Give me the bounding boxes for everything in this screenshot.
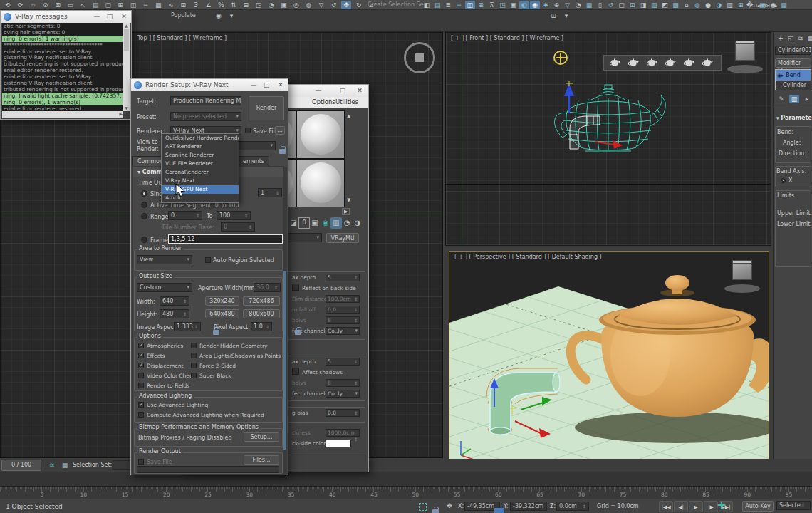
frames-radio[interactable]: Frames <box>141 237 171 244</box>
mtl-param-row[interactable]: g bias0,0 <box>288 408 365 418</box>
mtl-param-row[interactable]: Affect shadows <box>288 367 365 378</box>
height-field[interactable]: 480 <box>160 309 189 318</box>
open-explorer-icon[interactable]: ▦ <box>584 1 594 9</box>
viewport-lock-icon[interactable] <box>279 149 286 154</box>
minimize-icon[interactable]: — <box>313 85 324 97</box>
selection-region-icon[interactable] <box>419 503 427 511</box>
grid-toggle-icon[interactable]: ⊡ <box>628 1 637 9</box>
option-checkbox[interactable]: ✓Effects <box>138 351 189 361</box>
pattern-icon[interactable]: ◉ <box>320 217 331 229</box>
viewcube[interactable] <box>724 260 761 294</box>
selected-filter-dropdown[interactable]: Selected <box>776 501 811 510</box>
add-view-icon[interactable]: ⊞ <box>736 1 746 9</box>
image-aspect-field[interactable]: 1.333 <box>174 322 201 331</box>
next-frame-button[interactable]: |▶ <box>704 501 718 512</box>
time-slider-button[interactable]: 0 / 100 <box>1 460 41 471</box>
renderer-dropdown-item[interactable]: VUE File Renderer <box>162 160 239 168</box>
dialog-scrollbar[interactable] <box>283 167 287 474</box>
channel-icon[interactable]: ▥ <box>725 1 735 9</box>
res-800x600-button[interactable]: 800x600 <box>243 309 280 318</box>
toggle-ribbon-icon[interactable]: ◫ <box>465 1 475 9</box>
render-setup-titlebar[interactable]: Render Setup: V-Ray Next — □ ✕ <box>131 79 288 91</box>
close-icon[interactable]: ✕ <box>275 79 286 91</box>
renderer-dropdown-item[interactable]: Scanline Renderer <box>162 151 239 160</box>
slot-scroll-right-icon[interactable]: ▶ <box>342 208 350 215</box>
mtl-param-row[interactable]: m fall off0,0 <box>288 304 365 315</box>
visibility-icon[interactable]: ◉▸ <box>777 73 784 78</box>
undo-icon[interactable]: ⟲ <box>3 1 13 9</box>
range-radio[interactable]: Range: <box>141 213 170 220</box>
object-name-field[interactable]: Cylinder001 <box>775 46 811 55</box>
omni-light-gizmo[interactable] <box>553 51 568 65</box>
unlink-selection-icon[interactable]: ⊘ <box>41 1 51 9</box>
select-by-name-icon[interactable]: ▤ <box>90 1 100 9</box>
track-bar[interactable] <box>0 472 812 486</box>
aperture-width-field[interactable]: 36.0 <box>254 283 281 292</box>
show-end-result-icon[interactable]: ▥ <box>789 95 799 103</box>
option-checkbox[interactable]: ✓Atmospherics <box>138 341 189 351</box>
maximize-icon[interactable]: □ <box>104 11 115 23</box>
texture-icon[interactable]: ▩ <box>671 1 681 9</box>
video-color-check-icon[interactable]: ▥ <box>330 217 342 229</box>
slot-scroll-down-icon[interactable]: ▼ <box>347 197 350 203</box>
close-icon[interactable]: ✕ <box>354 85 365 97</box>
reference-coordinate-icon[interactable]: ◳ <box>254 1 264 9</box>
material-type-button[interactable]: VRayMtl <box>326 233 359 243</box>
save-file-browse-button[interactable]: ... <box>275 126 285 135</box>
z-coord-field[interactable]: 0.0cm <box>556 502 589 511</box>
create-tab-icon[interactable]: + <box>776 34 786 43</box>
render-setup-icon[interactable]: ◉ <box>530 1 540 9</box>
frames-field[interactable]: 1,3,5-12 <box>168 234 283 244</box>
area-to-render-dropdown[interactable]: View <box>137 255 192 264</box>
split-view-icon[interactable]: ◨ <box>638 1 648 9</box>
align-icon[interactable]: ≡ <box>141 1 151 9</box>
option-checkbox[interactable]: Render to Fields <box>138 381 189 391</box>
material-slot[interactable] <box>296 110 345 159</box>
curve-editor-icon[interactable]: ∿ <box>166 1 176 9</box>
minimize-icon[interactable]: — <box>248 79 259 91</box>
make-unique-icon[interactable]: ▸ <box>802 95 812 103</box>
backlight-zero-icon[interactable]: 0 <box>298 217 310 229</box>
mtl-param-row[interactable]: Reflect on back side <box>288 283 365 294</box>
vray-teapot-icon-1[interactable] <box>609 58 621 68</box>
width-field[interactable]: 640 <box>160 296 189 306</box>
snaps-toggle-icon[interactable]: 3 <box>191 1 201 9</box>
percent-snap-icon[interactable]: % <box>216 1 226 9</box>
environment-icon[interactable]: ◍ <box>692 1 702 9</box>
option-checkbox[interactable]: Video Color Check <box>138 371 189 381</box>
res-720x486-button[interactable]: 720x486 <box>243 296 280 306</box>
auto-key-button[interactable]: Auto Key <box>742 501 774 512</box>
bitmap-setup-button[interactable]: Setup... <box>244 432 279 442</box>
renderer-dropdown-item[interactable]: V-Ray Next <box>162 177 239 185</box>
renderer-dropdown-item[interactable]: Arnold <box>162 194 239 202</box>
render-preview-icon[interactable]: ◔ <box>573 1 583 9</box>
render-output-save-checkbox[interactable]: Save File <box>138 459 172 465</box>
make-preview-icon[interactable]: ◔ <box>341 217 353 229</box>
option-checkbox[interactable]: Super Black <box>191 371 282 381</box>
snapshot-icon[interactable]: ▣ <box>509 1 519 9</box>
people-icon[interactable]: ◉ <box>214 11 224 20</box>
select-and-move-icon[interactable]: ✥ <box>341 1 351 9</box>
bind-to-space-warp-icon[interactable]: ⊠ <box>53 1 63 9</box>
toggle-scene-explorer-icon[interactable]: ≣ <box>443 1 453 9</box>
schematic-view-icon[interactable]: ⊡ <box>178 1 188 9</box>
output-size-dropdown[interactable]: Custom <box>137 283 192 292</box>
pixel-aspect-field[interactable]: 1.0 <box>251 322 272 331</box>
timeline-ruler[interactable]: 5 10 15 20 25 30 35 40 45 50 55 60 65 70… <box>0 486 812 499</box>
use-pivot-center-icon[interactable]: ◔ <box>266 1 276 9</box>
dialog-scrollbar-thumb[interactable] <box>283 271 286 450</box>
select-and-rotate-icon[interactable]: ↻ <box>354 1 364 9</box>
range-to-field[interactable]: 100 <box>217 211 251 220</box>
mirror-icon[interactable]: ◫ <box>128 1 138 9</box>
vray-teapot-icon-4[interactable] <box>665 58 677 68</box>
mtl-options-icon[interactable]: ◑ <box>352 217 363 229</box>
mtl-param-row[interactable]: ck-side color <box>288 438 365 449</box>
select-object-icon[interactable]: ↖ <box>78 1 88 9</box>
renderer-dropdown-item[interactable]: ART Renderer <box>162 142 239 151</box>
every-nth-frame-field[interactable]: 1 <box>258 188 282 197</box>
vray-teapot-icon-3[interactable] <box>646 58 658 68</box>
vray-teapot-icon-5[interactable] <box>683 58 695 68</box>
add-key-icon[interactable]: + <box>717 498 727 512</box>
hierarchy-tab-icon[interactable]: ≋ <box>796 34 806 43</box>
renderer-dropdown-item[interactable]: CoronaRenderer <box>162 168 239 177</box>
